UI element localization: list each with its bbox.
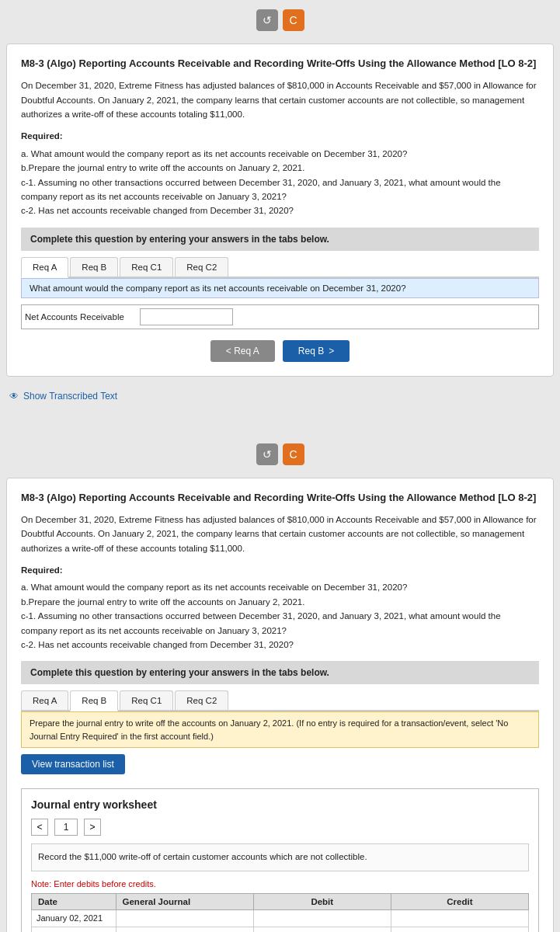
- table-row: January 02, 2021: [32, 909, 529, 927]
- tab-req-b-1[interactable]: Req B: [70, 257, 118, 276]
- question-bar-1: What amount would the company report as …: [21, 278, 539, 298]
- nar-row-1: Net Accounts Receivable: [21, 304, 539, 329]
- req-b-1: b.Prepare the journal entry to write off…: [21, 161, 539, 175]
- tab-req-b-2[interactable]: Req B: [70, 690, 118, 711]
- input-credit-0[interactable]: [396, 913, 523, 923]
- tab-req-c1-1[interactable]: Req C1: [120, 257, 173, 276]
- general-journal-table: Date General Journal Debit Credit Januar…: [31, 893, 529, 932]
- complete-box-2: Complete this question by entering your …: [21, 661, 539, 684]
- card-1-title: M8-3 (Algo) Reporting Accounts Receivabl…: [21, 57, 539, 71]
- show-transcribed-label: Show Transcribed Text: [23, 391, 117, 402]
- nar-label-1: Net Accounts Receivable: [25, 312, 134, 322]
- input-debit-0[interactable]: [259, 913, 386, 923]
- show-transcribed[interactable]: 👁 Show Transcribed Text: [6, 386, 554, 406]
- undo-button-2[interactable]: ↺: [256, 443, 278, 465]
- col-date: Date: [32, 893, 117, 909]
- req-c1-1: c-1. Assuming no other transactions occu…: [21, 176, 539, 204]
- nav-buttons-1: < Req A Req B >: [21, 340, 539, 362]
- journal-title: Journal entry worksheet: [31, 798, 529, 811]
- undo-button-1[interactable]: ↺: [256, 9, 278, 31]
- card-2-body: On December 31, 2020, Extreme Fitness ha…: [21, 513, 539, 555]
- instruction-bar-2: Prepare the journal entry to write off t…: [21, 711, 539, 748]
- card-1: M8-3 (Algo) Reporting Accounts Receivabl…: [6, 43, 554, 377]
- cell-credit-1[interactable]: [391, 927, 528, 932]
- cell-debit-1[interactable]: [253, 927, 391, 932]
- nar-input-1[interactable]: [140, 308, 233, 325]
- refresh-button-2[interactable]: C: [283, 443, 304, 465]
- journal-prev-button[interactable]: <: [31, 819, 48, 836]
- next-label-1: Req B: [298, 346, 324, 356]
- req-a-2: a. What amount would the company report …: [21, 580, 539, 594]
- req-b-2: b.Prepare the journal entry to write off…: [21, 595, 539, 609]
- cell-credit-0[interactable]: [391, 909, 528, 927]
- tab-req-c1-2[interactable]: Req C1: [120, 690, 173, 710]
- tab-bar-1: Req A Req B Req C1 Req C2: [21, 257, 539, 278]
- journal-nav: < 1 >: [31, 819, 529, 836]
- next-arrow-1: >: [329, 346, 334, 356]
- cell-gj-0[interactable]: [116, 909, 253, 927]
- req-c1-2: c-1. Assuming no other transactions occu…: [21, 609, 539, 638]
- card-1-p1: On December 31, 2020, Extreme Fitness ha…: [21, 78, 539, 121]
- col-debit: Debit: [253, 893, 391, 909]
- req-a-1: a. What amount would the company report …: [21, 147, 539, 161]
- card-2-title: M8-3 (Algo) Reporting Accounts Receivabl…: [21, 491, 539, 505]
- cell-debit-0[interactable]: [253, 909, 391, 927]
- view-transaction-button[interactable]: View transaction list: [21, 754, 125, 774]
- req-c2-2: c-2. Has net accounts receivable changed…: [21, 638, 539, 652]
- card-1-required: Required: a. What amount would the compa…: [21, 129, 539, 217]
- card-2: M8-3 (Algo) Reporting Accounts Receivabl…: [6, 478, 554, 932]
- required-label-2: Required:: [21, 563, 539, 577]
- prev-button-1[interactable]: < Req A: [210, 340, 275, 362]
- journal-note: Note: Enter debits before credits.: [31, 879, 529, 889]
- card-2-required: Required: a. What amount would the compa…: [21, 563, 539, 652]
- journal-nav-num: 1: [54, 819, 78, 836]
- cell-date-1: [32, 927, 117, 932]
- tab-bar-2: Req A Req B Req C1 Req C2: [21, 690, 539, 711]
- tab-req-c2-1[interactable]: Req C2: [175, 257, 228, 276]
- eye-icon: 👁: [9, 391, 19, 402]
- table-row: [32, 927, 529, 932]
- next-button-1[interactable]: Req B >: [283, 340, 350, 362]
- complete-box-1: Complete this question by entering your …: [21, 228, 539, 251]
- card-2-p1: On December 31, 2020, Extreme Fitness ha…: [21, 513, 539, 555]
- card-1-body: On December 31, 2020, Extreme Fitness ha…: [21, 78, 539, 121]
- journal-next-button[interactable]: >: [84, 819, 101, 836]
- tab-req-a-2[interactable]: Req A: [21, 690, 68, 710]
- journal-description: Record the $11,000 write-off of certain …: [31, 843, 529, 871]
- required-label-1: Required:: [21, 129, 539, 143]
- col-credit: Credit: [391, 893, 528, 909]
- req-c2-1: c-2. Has net accounts receivable changed…: [21, 203, 539, 217]
- col-general-journal: General Journal: [116, 893, 253, 909]
- tab-req-c2-2[interactable]: Req C2: [175, 690, 228, 710]
- journal-card: Journal entry worksheet < 1 > Record the…: [21, 788, 539, 932]
- refresh-button-1[interactable]: C: [283, 9, 304, 31]
- cell-date-0: January 02, 2021: [32, 909, 117, 927]
- cell-gj-1[interactable]: [116, 927, 253, 932]
- tab-req-a-1[interactable]: Req A: [21, 257, 68, 278]
- input-gj-0[interactable]: [121, 913, 249, 923]
